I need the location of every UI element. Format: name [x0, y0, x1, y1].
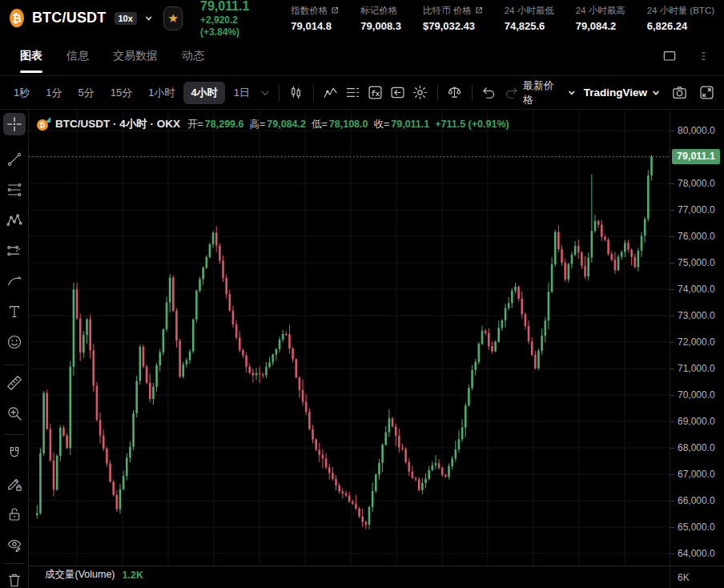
- toolbar-right: 最新价格 TradingView: [523, 79, 718, 107]
- templates-button[interactable]: [342, 82, 364, 104]
- sidebar-divider: [4, 563, 25, 564]
- stat-label[interactable]: 比特币 价格: [423, 5, 483, 17]
- expand-button[interactable]: [695, 82, 718, 104]
- more-menu-icon[interactable]: [692, 45, 714, 67]
- header-stat: 标记价格79,008.3: [360, 5, 401, 32]
- timeframe-1小时[interactable]: 1小时: [141, 82, 182, 104]
- volume-pane-divider[interactable]: [29, 566, 724, 566]
- volume-label: 成交量(Volume): [45, 568, 115, 582]
- timeframe-1分[interactable]: 1分: [38, 82, 69, 104]
- lock-icon: [6, 505, 23, 523]
- lock-all-tool[interactable]: [3, 503, 26, 526]
- toolbar-icons: [273, 82, 523, 104]
- zoom-in-tool[interactable]: [3, 402, 26, 425]
- trend-line-tool[interactable]: [3, 148, 26, 171]
- indicators-icon: [322, 84, 339, 101]
- panel-toggle-icon[interactable]: [658, 45, 681, 67]
- stat-value: 79,008.3: [360, 20, 401, 32]
- text-tool[interactable]: [3, 300, 26, 323]
- pencil-lock-icon: [6, 475, 23, 493]
- provider-dropdown[interactable]: TradingView: [584, 87, 660, 99]
- axis-tick-mark: [670, 236, 674, 237]
- drawing-lock-tool[interactable]: [3, 473, 26, 495]
- price-axis[interactable]: 79,011.1 6K 80,000.078,000.077,000.076,0…: [670, 110, 724, 588]
- volume-axis-tick: 6K: [678, 572, 690, 583]
- tab-交易数据[interactable]: 交易数据: [113, 36, 158, 75]
- replay-icon: [389, 84, 406, 101]
- emoji-tool[interactable]: [3, 331, 26, 353]
- projection-tool[interactable]: [3, 240, 26, 262]
- axis-tick-label: 73,000.0: [678, 310, 715, 322]
- stat-label: 24 小时最低: [505, 5, 554, 17]
- xabcd-pattern-tool[interactable]: [3, 209, 26, 232]
- header-stat: 24 小时最低74,825.6: [505, 5, 554, 32]
- axis-tick-label: 67,000.0: [678, 469, 715, 481]
- fx-indicator-button[interactable]: [364, 82, 387, 104]
- camera-button[interactable]: [668, 82, 690, 104]
- toolbar-divider: [313, 85, 314, 101]
- fib-retracement-tool[interactable]: [3, 179, 26, 201]
- indicators-button[interactable]: [320, 82, 342, 104]
- stat-value: 6,826.24: [647, 20, 714, 32]
- timeframe-5分[interactable]: 5分: [70, 82, 101, 104]
- axis-tick-label: 76,000.0: [678, 231, 715, 243]
- ohlc-change: +711.5 (+0.91%): [435, 119, 509, 130]
- expand-icon: [698, 84, 715, 101]
- ohlc-low-label: 低=: [312, 118, 328, 131]
- symbol-logo-icon: ₿: [37, 118, 50, 131]
- timeframe-1日[interactable]: 1日: [227, 82, 257, 104]
- stat-label[interactable]: 指数价格: [291, 5, 339, 17]
- magnet-icon: [6, 445, 23, 462]
- templates-icon: [344, 84, 361, 101]
- undo-button[interactable]: [478, 82, 501, 104]
- axis-tick-mark: [670, 183, 674, 184]
- redo-button[interactable]: [501, 82, 523, 104]
- price-mode-label: 最新价格: [523, 79, 563, 107]
- candles-button[interactable]: [285, 82, 308, 104]
- axis-tick-mark: [670, 263, 674, 264]
- redo-icon: [503, 84, 520, 101]
- pair-title[interactable]: BTC/USDT: [32, 10, 107, 26]
- measure-tool[interactable]: [3, 372, 26, 394]
- trash-icon: [6, 571, 23, 588]
- pair-chevron-down-icon[interactable]: [145, 14, 152, 23]
- header-stat: 24 小时量 (BTC)6,826.24: [647, 5, 714, 32]
- axis-tick-label: 68,000.0: [678, 442, 715, 454]
- tab-信息[interactable]: 信息: [66, 36, 89, 75]
- axis-tick-label: 78,000.0: [678, 178, 715, 190]
- toolbar-divider: [472, 85, 473, 101]
- last-price: 79,011.1: [200, 0, 262, 14]
- interval-chevron-down-icon[interactable]: [257, 82, 273, 104]
- timeframe-1秒[interactable]: 1秒: [6, 82, 37, 104]
- volume-value: 1.2K: [123, 570, 143, 581]
- compare-scales-button[interactable]: [444, 82, 466, 104]
- brush-icon: [6, 272, 23, 290]
- brush-tool[interactable]: [3, 270, 26, 292]
- toolbar-divider: [279, 85, 280, 101]
- favorite-star-button[interactable]: ★: [163, 6, 183, 30]
- tab-bar: 图表信息交易数据动态: [0, 36, 724, 76]
- hide-drawings-tool[interactable]: [3, 534, 26, 556]
- settings-gear-button[interactable]: [409, 82, 432, 104]
- header-price-block: 79,011.1 +2,920.2 (+3.84%): [200, 0, 262, 38]
- stat-label: 24 小时量 (BTC): [647, 5, 714, 17]
- timeframe-15分[interactable]: 15分: [103, 82, 139, 104]
- text-icon: [6, 303, 23, 320]
- tab-动态[interactable]: 动态: [182, 36, 204, 75]
- ohlc-open-label: 开=: [187, 118, 203, 131]
- axis-tick-mark: [670, 289, 674, 290]
- toolbar-divider: [437, 85, 438, 101]
- header-stat: 比特币 价格$79,032.43: [423, 5, 483, 32]
- xabcd-pattern-icon: [6, 211, 23, 229]
- price-mode-dropdown[interactable]: 最新价格: [523, 79, 576, 107]
- volume-pane-label[interactable]: 成交量(Volume) 1.2K: [45, 568, 143, 582]
- crosshair-tool[interactable]: [3, 113, 26, 135]
- tab-图表[interactable]: 图表: [20, 36, 42, 75]
- magnet-tool[interactable]: [3, 442, 26, 465]
- legend-title[interactable]: BTC/USDT · 4小时 · OKX: [55, 117, 180, 131]
- remove-drawings-tool[interactable]: [3, 569, 26, 588]
- stat-label: 标记价格: [360, 5, 401, 17]
- replay-button[interactable]: [387, 82, 409, 104]
- chart-canvas[interactable]: ₿ BTC/USDT · 4小时 · OKX 开=78,299.6 高=79,0…: [29, 110, 670, 588]
- timeframe-4小时[interactable]: 4小时: [183, 82, 224, 104]
